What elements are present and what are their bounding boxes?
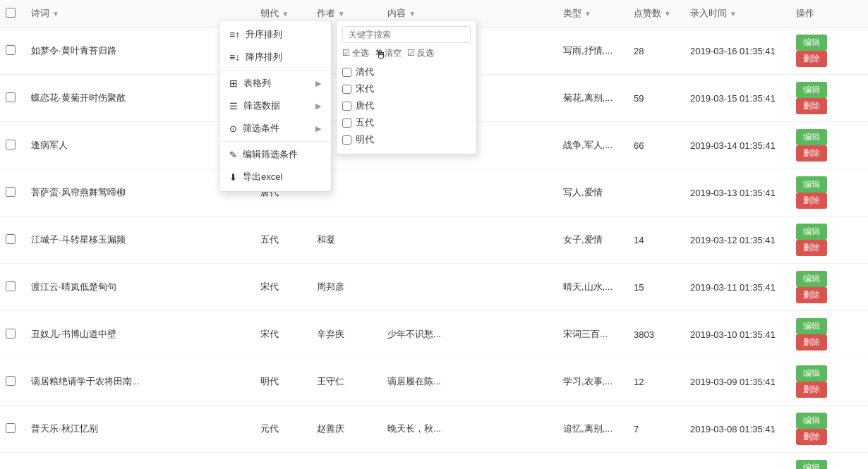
filter-condition-label: 筛选条件 [243,122,279,135]
row-checkbox-1[interactable] [6,92,16,102]
table-row: 谪居粮绝请学于农将田南... 明代 王守仁 谪居履在陈... 学习,农事,...… [0,358,868,406]
author-sort-icon[interactable]: ▼ [338,10,345,18]
filter-songdai-checkbox[interactable] [342,85,351,94]
filter-condition-item[interactable]: ⊙ 筛选条件 ▶ [219,117,331,140]
edit-btn-0[interactable]: 编辑 [796,35,827,51]
type-sort-icon[interactable]: ▼ [584,10,591,18]
edit-btn-3[interactable]: 编辑 [796,176,827,193]
cell-time-5: 2019-03-11 01:35:41 [685,264,790,311]
dynasty-sort-icon[interactable]: ▼ [282,10,289,18]
cell-action-2: 编辑 删除 [790,122,868,169]
invert-action[interactable]: ☑ 反选 [407,47,434,59]
filter-option-mingdai[interactable]: 明代 [342,131,471,148]
likes-col-label: 点赞数 [634,7,661,20]
content-sort-icon[interactable]: ▼ [409,10,416,18]
cell-type-7: 学习,农事,... [557,358,628,406]
filter-option-tangdai[interactable]: 唐代 [342,97,471,114]
edit-btn-2[interactable]: 编辑 [796,129,827,145]
cell-action-5: 编辑 删除 [790,264,868,311]
cell-type-5: 晴天,山水,... [557,264,628,311]
table-row: 江城子·斗转星移玉漏频 五代 和凝 女子,爱情 14 2019-03-12 01… [0,217,868,264]
content-col-label: 内容 [387,7,406,20]
type-col-label: 类型 [563,7,581,20]
sort-asc-item[interactable]: ≡↑ 升序排列 [219,23,331,46]
poem-sort-icon[interactable]: ▼ [52,10,59,18]
cell-action-0: 编辑 删除 [790,28,868,75]
delete-btn-6[interactable]: 删除 [796,334,827,351]
delete-btn-2[interactable]: 删除 [796,145,827,162]
edit-btn-4[interactable]: 编辑 [796,224,827,240]
cell-time-4: 2019-03-12 01:35:41 [685,217,790,264]
cell-time-7: 2019-03-09 01:35:41 [685,358,790,406]
filter-data-item[interactable]: ☰ 筛选数据 ▶ [219,95,331,117]
select-all-action[interactable]: ☑ 全选 [342,47,369,59]
delete-btn-1[interactable]: 删除 [796,98,827,114]
cell-time-9: 2019-03-07 01:35:41 [685,453,790,470]
cell-content-9: 华灯纵博，... [382,453,557,470]
filter-tangdai-checkbox[interactable] [342,102,351,111]
edit-btn-5[interactable]: 编辑 [796,271,827,287]
edit-btn-8[interactable]: 编辑 [796,413,827,429]
filter-wudai-checkbox[interactable] [342,118,351,128]
filter-mingdai-checkbox[interactable] [342,135,351,145]
row-checkbox-7[interactable] [6,376,16,386]
delete-btn-7[interactable]: 删除 [796,382,827,398]
filter-search-input[interactable] [342,26,471,43]
delete-btn-3[interactable]: 删除 [796,193,827,209]
cell-likes-1: 59 [628,75,685,122]
th-time: 录入时间 ▼ [685,0,790,28]
divider-2 [219,141,331,142]
cell-author-9: 陆游 [311,453,382,470]
table-columns-icon: ⊞ [229,78,238,89]
delete-btn-0[interactable]: 删除 [796,51,827,67]
cell-content-6: 少年不识愁... [382,311,557,358]
cell-author-5: 周邦彦 [311,264,382,311]
cell-dynasty-8: 元代 [255,406,311,453]
filter-option-qingdai[interactable]: 清代 [342,63,471,80]
row-checkbox-0[interactable] [6,45,16,55]
edit-btn-9[interactable]: 编辑 [796,460,827,469]
export-excel-item[interactable]: ⬇ 导出excel [219,166,331,188]
filter-qingdai-checkbox[interactable] [342,68,351,77]
cell-dynasty-7: 明代 [255,358,311,406]
row-checkbox-4[interactable] [6,234,16,244]
row-checkbox-2[interactable] [6,140,16,150]
delete-btn-4[interactable]: 删除 [796,240,827,256]
edit-filter-item[interactable]: ✎ 编辑筛选条件 [219,143,331,166]
cell-likes-6: 3803 [628,311,685,358]
delete-btn-5[interactable]: 删除 [796,287,827,303]
cell-likes-5: 15 [628,264,685,311]
time-col-label: 录入时间 [690,7,727,20]
edit-btn-1[interactable]: 编辑 [796,82,827,98]
cell-poem-7: 谪居粮绝请学于农将田南... [25,358,255,406]
action-col-label: 操作 [796,8,814,18]
sort-desc-item[interactable]: ≡↓ 降序排列 [219,46,331,68]
row-checkbox-3[interactable] [6,187,16,197]
select-all-checkbox[interactable] [6,8,16,18]
cell-poem-5: 渡江云·晴岚低楚甸句 [25,264,255,311]
filter-option-songdai[interactable]: 宋代 [342,80,471,97]
cell-type-6: 宋词三百... [557,311,628,358]
cell-type-4: 女子,爱情 [557,217,628,264]
select-all-header[interactable] [0,0,25,28]
th-action: 操作 [790,0,868,28]
cell-action-6: 编辑 删除 [790,311,868,358]
edit-btn-7[interactable]: 编辑 [796,365,827,382]
clear-action[interactable]: ✕ 清空 [375,47,401,59]
row-checkbox-6[interactable] [6,329,16,339]
cell-likes-9: 192 [628,453,685,470]
table-columns-item[interactable]: ⊞ 表格列 ▶ [219,72,331,95]
row-checkbox-5[interactable] [6,281,16,291]
filter-option-wudai[interactable]: 五代 [342,114,471,131]
row-checkbox-8[interactable] [6,423,16,433]
th-likes: 点赞数 ▼ [628,0,685,28]
cell-dynasty-9: 宋代 [255,453,311,470]
delete-btn-8[interactable]: 删除 [796,429,827,445]
cell-dynasty-6: 宋代 [255,311,311,358]
likes-sort-icon[interactable]: ▼ [664,10,671,18]
cell-likes-2: 66 [628,122,685,169]
edit-btn-6[interactable]: 编辑 [796,318,827,334]
filter-condition-arrow: ▶ [315,124,321,133]
time-sort-icon[interactable]: ▼ [730,10,737,18]
cell-time-3: 2019-03-13 01:35:41 [685,169,790,217]
